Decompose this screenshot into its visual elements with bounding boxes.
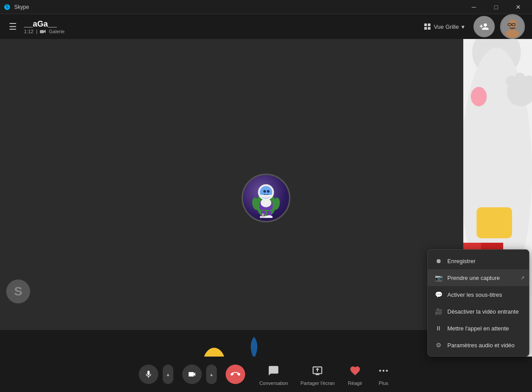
svg-rect-20 [477,207,512,238]
conversation-icon [268,365,279,376]
react-label: Réagir [348,380,362,386]
mic-group: ▲ [135,363,173,386]
skype-watermark: S [6,279,30,303]
conversation-button[interactable]: Conversation [254,359,293,389]
svg-point-8 [506,29,519,38]
menu-item-disable_video[interactable]: 🎥Désactiver la vidéo entrante [428,303,529,320]
menu-cursor: ↗ [520,275,524,281]
svg-rect-5 [428,27,430,30]
svg-point-37 [261,214,262,216]
add-person-button[interactable] [473,16,495,37]
menu-icon-settings: ⚙ [434,341,443,349]
menu-item-capture[interactable]: 📷Prendre une capture↗ [428,269,529,286]
app: ☰ __aGa__ 1:12 | Galerie [0,14,532,392]
menu-item-settings[interactable]: ⚙Paramètres audio et vidéo [428,337,529,353]
svg-rect-2 [424,23,427,26]
menu-item-hold[interactable]: ⏸Mettre l'appel en attente [428,320,529,337]
close-button[interactable]: ✕ [508,0,528,14]
title-bar-title: Skype [14,4,29,10]
end-call-wrapper[interactable] [222,363,249,386]
heart-icon [349,365,361,376]
camera-icon [40,29,46,34]
header-right: Vue Grille ▾ [420,14,525,39]
bottom-char-1 [201,332,227,357]
end-call-icon [231,369,240,379]
svg-rect-0 [40,30,44,33]
vue-grille-chevron: ▾ [462,23,465,30]
menu-label-subtitles: Activer les sous-titres [447,291,502,298]
svg-point-40 [379,370,381,372]
more-icon-area [376,363,391,379]
svg-rect-3 [428,23,430,26]
bottom-char-area [0,330,463,357]
video-icon [188,370,196,379]
share-screen-button[interactable]: Partager l'écran [295,359,340,389]
menu-icon-hold: ⏸ [434,324,443,333]
call-toolbar: ▲ ▲ [0,357,532,392]
end-call-button[interactable] [226,365,245,384]
call-background [0,39,463,357]
svg-point-29 [267,190,270,193]
conversation-label: Conversation [259,380,288,386]
share-screen-label: Partager l'écran [301,380,335,386]
svg-point-38 [263,214,265,216]
menu-label-settings: Paramètres audio et vidéo [447,342,515,349]
svg-point-17 [515,73,525,83]
caller-avatar [242,174,290,222]
gallery-label: Galerie [49,29,64,34]
video-button-wrapper[interactable] [179,363,205,386]
video-chevron[interactable]: ▲ [206,365,217,384]
video-group: ▲ [179,363,217,386]
menu-item-record[interactable]: ⏺Enregistrer [428,252,529,269]
header-left: ☰ __aGa__ 1:12 | Galerie [7,19,65,34]
mic-button-wrapper[interactable] [135,363,162,386]
menu-item-subtitles[interactable]: 💬Activer les sous-titres [428,286,529,303]
video-button[interactable] [182,365,202,384]
vue-grille-button[interactable]: Vue Grille ▾ [420,21,468,32]
menu-icon-disable_video: 🎥 [434,307,443,316]
more-icon [378,365,389,376]
menu-icon-record: ⏺ [434,256,443,265]
svg-point-39 [203,348,225,357]
react-icon-area [347,363,363,379]
bottom-char-2 [245,332,263,357]
avatar-face [501,15,524,38]
svg-point-41 [383,370,384,372]
mic-chevron[interactable]: ▲ [163,365,173,384]
menu-label-capture: Prendre une capture [447,275,500,281]
menu-label-hold: Mettre l'appel en attente [447,325,509,332]
caller-avatar-inner [243,175,289,221]
svg-point-42 [386,370,387,372]
title-bar-controls: ─ □ ✕ [464,0,528,14]
title-bar: Skype ─ □ ✕ [0,0,532,14]
menu-label-disable_video: Désactiver la vidéo entrante [447,308,519,315]
call-name: __aGa__ [24,19,65,29]
vue-grille-label: Vue Grille [434,23,459,30]
hamburger-menu-icon[interactable]: ☰ [7,19,19,34]
svg-marker-1 [44,30,46,33]
call-info: __aGa__ 1:12 | Galerie [24,19,65,34]
maximize-button[interactable]: □ [486,0,506,14]
more-button[interactable]: Plus [370,359,397,389]
grid-icon [424,23,431,30]
title-bar-left: Skype [4,4,29,11]
react-button[interactable]: Réagir [342,359,368,389]
watermark-letter: S [14,284,23,299]
mic-icon [144,370,153,379]
conversation-icon-area [266,363,282,379]
call-duration: 1:12 [24,29,33,34]
share-screen-icon-area [309,363,325,379]
svg-point-19 [471,87,487,106]
svg-rect-4 [424,27,427,30]
call-meta: 1:12 | Galerie [24,29,65,34]
mic-button[interactable] [139,365,158,384]
minimize-button[interactable]: ─ [464,0,484,14]
user-avatar [500,14,525,39]
add-person-icon [479,22,489,31]
call-header: ☰ __aGa__ 1:12 | Galerie [0,14,532,39]
menu-icon-subtitles: 💬 [434,290,443,299]
menu-icon-capture: 📷 [434,273,443,282]
separator: | [36,29,37,34]
share-screen-icon [312,365,323,376]
svg-point-28 [263,190,266,193]
